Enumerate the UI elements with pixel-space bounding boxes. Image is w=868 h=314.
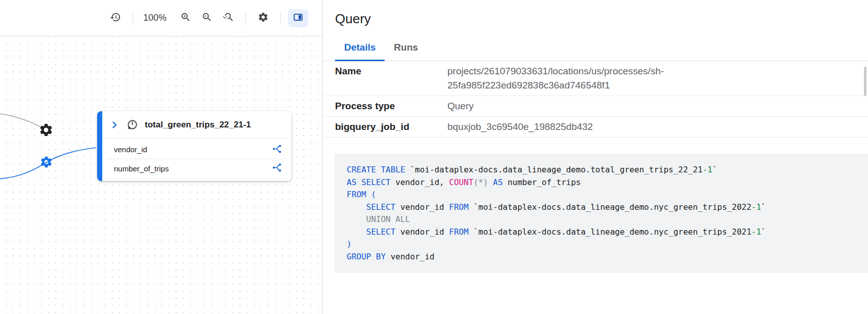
detail-label: Process type [335,99,447,113]
tab-runs[interactable]: Runs [385,36,427,61]
settings-gear-icon [258,12,269,24]
lineage-canvas[interactable]: total_green_trips_22_21-1 vendor_id [0,36,322,314]
lineage-icon [272,162,282,174]
process-gear-icon-blue[interactable] [39,155,53,170]
detail-value: Query [447,99,474,113]
detail-label: Name [335,64,447,78]
detail-row-bigquery-job-id: bigquery_job_id bquxjob_3c69540e_198825d… [323,117,868,138]
details-panel: Query Details Runs Name projects/2610790… [322,0,868,314]
field-name: number_of_trips [114,164,169,173]
canvas-toolbar: 100% [0,0,322,36]
detail-value: projects/261079033631/locations/us/proce… [447,64,771,93]
lineage-node-card[interactable]: total_green_trips_22_21-1 vendor_id [97,111,292,181]
field-lineage-button[interactable] [269,142,285,158]
lineage-icon [272,144,282,156]
field-lineage-button[interactable] [269,160,285,176]
node-field-row[interactable]: number_of_trips [107,159,287,177]
detail-row-process-type: Process type Query [323,96,868,117]
node-field-list: vendor_id [102,139,292,181]
process-circle-icon [126,118,139,131]
zoom-in-icon [180,12,191,24]
zoom-level-label: 100% [143,13,167,23]
toolbar-divider [280,12,281,25]
dataplex-lineage-app: 100% [0,0,868,314]
zoom-in-button[interactable] [176,8,196,28]
sql-query-code: CREATE TABLE `moi-dataplex-docs.data_lin… [335,154,868,273]
details-table: Name projects/261079033631/locations/us/… [323,61,868,138]
toolbar-divider [133,12,133,25]
detail-row-name: Name projects/261079033631/locations/us/… [323,61,868,96]
node-header: total_green_trips_22_21-1 [102,111,292,139]
graph-settings-button[interactable] [253,8,273,28]
detail-value: bquxjob_3c69540e_198825db432 [447,120,593,134]
zoom-out-icon [201,12,213,24]
panel-title: Query [335,11,856,27]
history-button[interactable] [105,8,126,28]
process-gear-icon-black[interactable] [38,122,54,139]
field-name: vendor_id [114,145,147,154]
panel-header: Query [323,0,868,36]
side-panel-toggle-button[interactable] [288,9,308,27]
node-accent-bar [97,111,102,181]
side-panel-toggle-icon [293,12,304,24]
zoom-reset-button[interactable] [218,8,238,28]
panel-tabs: Details Runs [323,36,868,61]
tab-details[interactable]: Details [335,36,385,61]
panel-scrollbar[interactable] [864,67,866,96]
node-title: total_green_trips_22_21-1 [145,120,251,130]
lineage-graph-pane: 100% [0,0,322,314]
expand-chevron-icon[interactable] [109,120,119,130]
zoom-reset-icon [223,12,234,24]
history-icon [110,12,121,24]
node-field-row[interactable]: vendor_id [107,140,287,159]
zoom-out-button[interactable] [197,8,217,28]
detail-label: bigquery_job_id [335,120,447,134]
edge-upstream-gray[interactable] [0,113,44,129]
toolbar-divider [245,12,246,25]
